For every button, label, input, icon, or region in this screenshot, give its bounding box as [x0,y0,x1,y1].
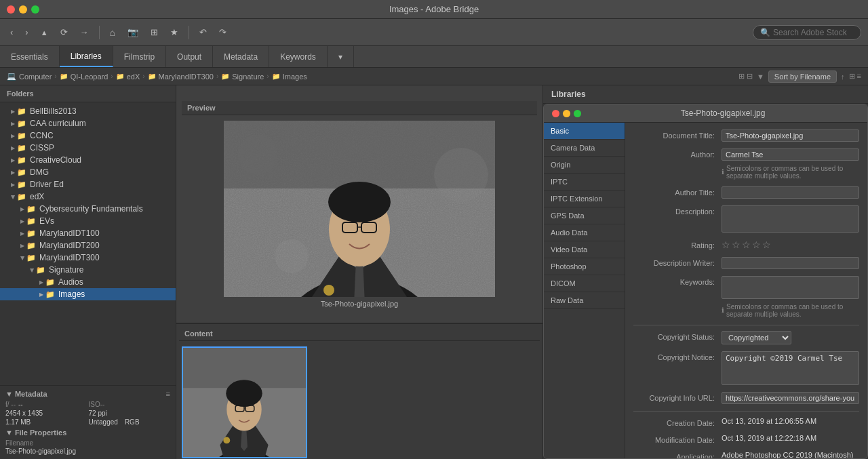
search-bar[interactable]: 🔍 [753,25,861,40]
document-title-input[interactable] [722,129,859,142]
tab-essentials[interactable]: Essentials [0,46,60,67]
desc-writer-row: Description Writer: [633,257,859,269]
tab-iptc[interactable]: IPTC [544,174,625,191]
author-input[interactable] [722,148,859,161]
keywords-input[interactable] [722,276,859,299]
folder-signature[interactable]: ▶ 📁 Signature [0,264,176,276]
tab-iptc-extension[interactable]: IPTC Extension [544,191,625,207]
tab-more[interactable]: ▾ [328,46,354,67]
minimize-button[interactable] [19,5,27,14]
tab-camera-data[interactable]: Camera Data [544,140,625,157]
tab-audio-data[interactable]: Audio Data [544,224,625,241]
maximize-button[interactable] [31,5,39,14]
sort-direction-icon[interactable]: ↑ [841,73,845,81]
tab-origin[interactable]: Origin [544,157,625,174]
star-4[interactable]: ☆ [752,239,761,250]
copyright-url-input[interactable] [722,392,859,404]
view-mode-icons[interactable]: ⊞ ≡ [849,72,861,81]
triangle-icon: ▶ [11,145,15,151]
up-button[interactable]: ▲ [37,26,52,39]
folder-marylandidt200[interactable]: ▶ 📁 MarylandIDT200 [0,239,176,252]
back-button[interactable]: ‹ [7,25,16,39]
bc-qi-leopard[interactable]: QI-Leopard [71,73,108,81]
folder-creativecloud[interactable]: ▶ 📁 CreativeCloud [0,154,176,166]
tab-keywords[interactable]: Keywords [269,46,328,67]
tab-dicom[interactable]: DICOM [544,275,625,292]
dialog-close-button[interactable] [552,110,559,117]
folder-marylandidt100[interactable]: ▶ 📁 MarylandIDT100 [0,227,176,239]
filter-icon[interactable]: ▼ [757,73,764,81]
thumbnail-item[interactable] [182,346,307,458]
folder-label: MarylandIDT200 [39,241,100,250]
recent-button[interactable]: ⟳ [57,25,71,39]
copyright-status-select[interactable]: Unknown Copyrighted Public Domain [722,331,791,344]
tab-filmstrip[interactable]: Filmstrip [113,46,166,67]
tab-raw-data[interactable]: Raw Data [544,292,625,309]
folder-label: CAA curriculum [30,119,86,128]
tab-gps-data[interactable]: GPS Data [544,207,625,224]
description-input[interactable] [722,205,859,233]
folder-evs[interactable]: ▶ 📁 EVs [0,215,176,227]
folder-label: EVs [39,216,54,226]
folder-edx[interactable]: ▶ 📁 edX [0,191,176,203]
redo-button[interactable]: ↷ [216,25,230,39]
folder-ccnc[interactable]: ▶ 📁 CCNC [0,129,176,142]
folder-images[interactable]: ▶ 📁 Images [0,288,176,300]
folder-icon: 📁 [17,156,26,165]
bc-images[interactable]: Images [283,73,307,81]
bc-signature[interactable]: Signature [232,73,264,81]
meta-aperture-row: f/ -- -- [5,401,87,408]
tab-output[interactable]: Output [166,46,213,67]
search-input[interactable] [773,28,854,37]
folder-cissp[interactable]: ▶ 📁 CISSP [0,142,176,154]
folder-audios[interactable]: ▶ 📁 Audios [0,276,176,288]
bc-edx[interactable]: edX [127,73,140,81]
separator2 [189,26,189,39]
folder-icon: 📁 [26,254,36,262]
section-divider [633,325,859,325]
copyright-notice-input[interactable]: Copyright ©2019 Carmel Tse [722,351,859,385]
meta-dpi-row: 72 ppi [89,410,171,417]
tab-libraries[interactable]: Libraries [60,46,113,67]
sort-button[interactable]: Sort by Filename [768,71,837,83]
folder-drivered[interactable]: ▶ 📁 Driver Ed [0,178,176,191]
bc-icon-1: 📁 [60,73,68,80]
folder-cybersecurity[interactable]: ▶ 📁 Cybersecurity Fundamentals [0,203,176,215]
folder-bellbills[interactable]: ▶ 📁 BellBills2013 [0,105,176,117]
home-button[interactable]: ⌂ [106,25,119,40]
close-button[interactable] [7,5,15,14]
undo-button[interactable]: ↶ [196,25,210,39]
desc-writer-input[interactable] [722,257,859,269]
bc-computer[interactable]: Computer [19,73,52,81]
tab-basic[interactable]: Basic [544,123,625,140]
author-title-input[interactable] [722,186,859,199]
tab-metadata[interactable]: Metadata [213,46,269,67]
folder-caa[interactable]: ▶ 📁 CAA curriculum [0,117,176,129]
star-3[interactable]: ☆ [742,239,751,250]
triangle-icon: ▶ [20,231,24,237]
svg-point-18 [226,380,262,407]
dialog-max-button[interactable] [574,110,581,117]
metadata-section-header[interactable]: ▼ Metadata ≡ [5,390,170,398]
view-icons[interactable]: ⊞ ⊟ [738,72,753,81]
tab-video-data[interactable]: Video Data [544,241,625,258]
forward-button[interactable]: › [22,25,31,39]
grid-button[interactable]: ⊞ [147,25,161,39]
folder-marylandidt300[interactable]: ▶ 📁 MarylandIDT300 [0,252,176,264]
file-props-header[interactable]: ▼ File Properties [5,428,170,437]
triangle-icon: ▶ [11,169,15,176]
color-value: RGB [125,418,140,426]
star-button[interactable]: ★ [167,25,182,39]
metadata-menu-icon[interactable]: ≡ [166,390,170,398]
star-5[interactable]: ☆ [762,239,771,250]
dialog-min-button[interactable] [563,110,570,117]
camera-button[interactable]: 📷 [124,25,142,39]
bc-marylandidt300[interactable]: MarylandIDT300 [159,73,214,81]
folder-dmg[interactable]: ▶ 📁 DMG [0,166,176,178]
tab-photoshop[interactable]: Photoshop [544,258,625,275]
star-2[interactable]: ☆ [732,239,741,250]
star-1[interactable]: ☆ [722,239,730,250]
file-props-label: File Properties [15,428,66,437]
forward2-button[interactable]: → [77,25,92,39]
preview-section: Preview [176,85,542,323]
